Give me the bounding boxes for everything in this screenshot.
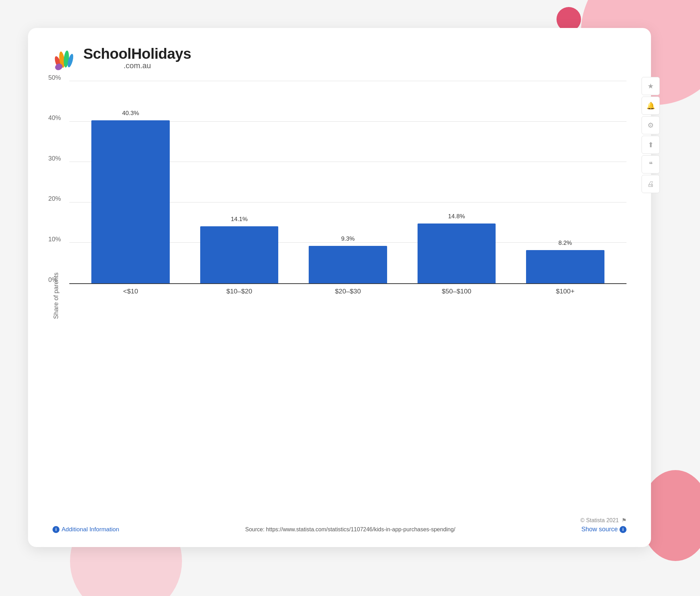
quote-icon: ❝ xyxy=(649,160,653,169)
star-icon-button[interactable]: ★ xyxy=(642,77,660,95)
y-tick-label: 40% xyxy=(48,114,61,122)
y-tick-label: 20% xyxy=(48,195,61,203)
bar: 14.8% xyxy=(418,224,496,283)
x-tick-label: $100+ xyxy=(511,288,620,295)
gear-icon: ⚙ xyxy=(648,121,654,129)
y-tick-label: 0% xyxy=(48,276,57,283)
logo-text: SchoolHolidays .com.au xyxy=(83,47,191,70)
bars-container: 40.3%14.1%9.3%14.8%8.2% xyxy=(69,81,626,283)
copyright-text: © Statista 2021 xyxy=(580,517,619,524)
chart-container: Share of parents 0%10%20%30%40%50%40.3%1… xyxy=(52,81,626,510)
logo-domain: .com.au xyxy=(83,62,191,70)
print-icon: 🖨 xyxy=(647,180,654,188)
bar-value-label: 14.8% xyxy=(448,213,465,220)
bar-group: 14.1% xyxy=(185,81,293,283)
bar: 40.3% xyxy=(91,120,169,283)
copyright-row: © Statista 2021 ⚑ xyxy=(52,517,626,524)
x-axis: <$10$10–$20$20–$30$50–$100$100+ xyxy=(69,288,626,295)
logo-area: SchoolHolidays .com.au xyxy=(52,45,626,71)
info-icon: i xyxy=(52,526,59,533)
show-source-button[interactable]: Show source i xyxy=(581,526,626,533)
bar-group: 40.3% xyxy=(76,81,185,283)
show-source-label: Show source xyxy=(581,526,618,533)
bar: 9.3% xyxy=(309,246,387,284)
bar: 14.1% xyxy=(200,226,278,283)
y-tick-label: 50% xyxy=(48,74,61,81)
share-icon: ⬆ xyxy=(648,141,654,149)
bar-value-label: 9.3% xyxy=(341,235,355,242)
source-row: i Additional Information Source: https:/… xyxy=(52,526,626,533)
logo-name: SchoolHolidays xyxy=(83,47,191,61)
share-icon-button[interactable]: ⬆ xyxy=(642,136,660,154)
x-tick-label: $50–$100 xyxy=(402,288,511,295)
chart-area: 0%10%20%30%40%50%40.3%14.1%9.3%14.8%8.2%… xyxy=(62,81,626,510)
bell-icon: 🔔 xyxy=(646,101,655,110)
additional-info-label: Additional Information xyxy=(62,526,119,533)
flag-icon: ⚑ xyxy=(622,517,626,524)
bar-value-label: 40.3% xyxy=(122,110,139,117)
chart-inner: 0%10%20%30%40%50%40.3%14.1%9.3%14.8%8.2% xyxy=(69,81,626,284)
bar-group: 8.2% xyxy=(511,81,620,283)
x-tick-label: $10–$20 xyxy=(185,288,293,295)
bar: 8.2% xyxy=(526,250,604,283)
show-source-info-icon: i xyxy=(620,526,626,533)
toolbar: ★🔔⚙⬆❝🖨 xyxy=(642,77,660,193)
gear-icon-button[interactable]: ⚙ xyxy=(642,116,660,134)
bar-value-label: 14.1% xyxy=(231,216,247,223)
y-tick-label: 30% xyxy=(48,155,61,162)
y-axis-label: Share of parents xyxy=(52,81,62,510)
print-icon-button[interactable]: 🖨 xyxy=(642,175,660,193)
star-icon: ★ xyxy=(648,82,654,90)
logo-icon xyxy=(52,45,78,71)
x-tick-label: $20–$30 xyxy=(294,288,402,295)
quote-icon-button[interactable]: ❝ xyxy=(642,155,660,173)
additional-info-button[interactable]: i Additional Information xyxy=(52,526,119,533)
main-card: SchoolHolidays .com.au Share of parents … xyxy=(28,28,651,547)
bar-value-label: 8.2% xyxy=(558,240,572,247)
x-tick-label: <$10 xyxy=(76,288,185,295)
bar-group: 9.3% xyxy=(294,81,402,283)
y-tick-label: 10% xyxy=(48,235,61,243)
bar-group: 14.8% xyxy=(402,81,511,283)
bell-icon-button[interactable]: 🔔 xyxy=(642,97,660,115)
source-text: Source: https://www.statista.com/statist… xyxy=(119,526,581,533)
footer: © Statista 2021 ⚑ i Additional Informati… xyxy=(52,517,626,533)
